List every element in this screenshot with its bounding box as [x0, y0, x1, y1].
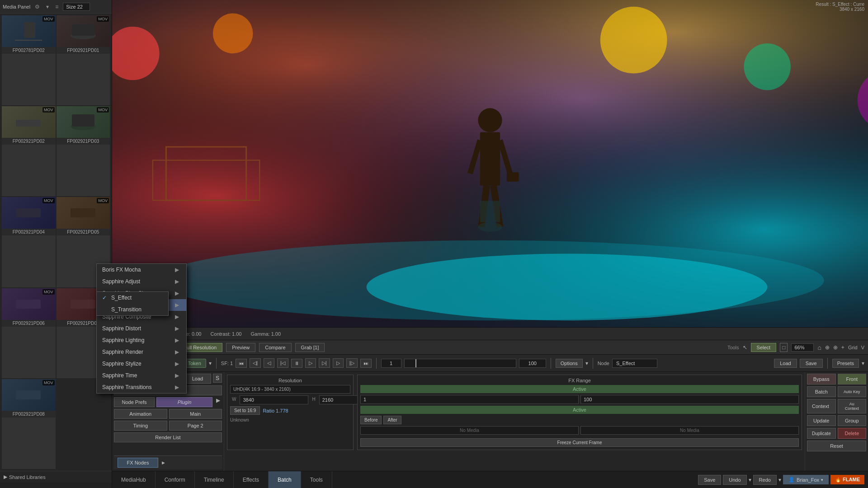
crosshair-icon[interactable]: +	[841, 344, 844, 351]
fx-start-field[interactable]	[360, 395, 579, 404]
user-badge[interactable]: 👤 Brian_Fox ▾	[783, 475, 829, 484]
freeze-btn[interactable]: Freeze Current Frame	[360, 438, 799, 447]
animation-btn[interactable]: Animation	[114, 409, 167, 419]
media-panel-settings-icon[interactable]: ⚙	[33, 3, 42, 11]
menu-item-stylize[interactable]: Sapphire Stylize ▶	[97, 358, 186, 370]
home-icon[interactable]: ⌂	[817, 344, 821, 351]
options-btn[interactable]: Options	[556, 359, 583, 368]
prev-key-btn[interactable]: |◁	[277, 358, 288, 368]
undo-btn[interactable]: Undo	[723, 475, 746, 485]
redo-btn[interactable]: Redo	[753, 475, 777, 485]
menu-item-transitions[interactable]: Sapphire Transitions ▶	[97, 381, 186, 393]
main-btn[interactable]: Main	[169, 409, 222, 419]
left-panel-scrollbar[interactable]	[0, 483, 112, 488]
thumbnail-item[interactable]: MOV FP002921PD02	[2, 106, 56, 196]
auto-key-btn[interactable]: Auto Key	[838, 386, 867, 397]
s-btn[interactable]: S	[213, 374, 222, 383]
start-frame-field[interactable]	[381, 359, 401, 368]
menu-item-render[interactable]: Sapphire Render ▶	[97, 346, 186, 358]
media-panel-list-icon[interactable]: ≡	[53, 3, 60, 11]
node-prefs-btn[interactable]: Node Prefs	[114, 397, 155, 407]
play-fwd-btn[interactable]: ▷	[333, 358, 344, 368]
compare-btn[interactable]: Compare	[259, 343, 291, 352]
front-btn[interactable]: Front	[838, 374, 867, 385]
fx-nodes-btn[interactable]: FX Nodes	[118, 458, 158, 468]
node-name-field[interactable]	[612, 359, 657, 368]
load-btn2[interactable]: Load	[184, 374, 211, 384]
plugin-btn[interactable]: Plugin	[156, 397, 212, 407]
tab-tools[interactable]: Tools	[301, 471, 332, 488]
menu-item-boris[interactable]: Boris FX Mocha ▶	[97, 264, 186, 276]
next-key-btn[interactable]: ▷|	[319, 358, 330, 368]
menu-item-adjust[interactable]: Sapphire Adjust ▶	[97, 276, 186, 287]
thumbnail-item[interactable]: MOV FP002781PD02	[2, 15, 56, 105]
thumbnail-item[interactable]: MOV FP002921PD01	[57, 15, 110, 105]
globe-icon[interactable]: ⊕	[833, 344, 838, 351]
menu-item-distort[interactable]: Sapphire Distort ▶	[97, 323, 186, 334]
next-frame-btn[interactable]: |▷	[346, 358, 358, 368]
undo-arrow[interactable]: ▾	[749, 477, 751, 483]
select-btn[interactable]: Select	[751, 343, 777, 352]
end-frame-field[interactable]	[519, 359, 546, 368]
menu-item-lighting[interactable]: Sapphire Lighting ▶	[97, 334, 186, 346]
svg-rect-8	[71, 208, 95, 217]
separator	[376, 358, 377, 369]
duplicate-btn[interactable]: Duplicate	[807, 428, 836, 439]
before-btn[interactable]: Before	[360, 416, 382, 424]
thumbnail-item[interactable]: MOV FP002921PD03	[57, 106, 110, 196]
submenu-item-seffect[interactable]: ✓ S_Effect	[97, 292, 168, 304]
tab-conform[interactable]: Conform	[156, 471, 195, 488]
play-btn[interactable]: ▷	[305, 358, 316, 368]
resolution-title: Resolution	[230, 378, 350, 383]
after-btn[interactable]: After	[383, 416, 401, 424]
thumbnail-item[interactable]: MOV FP002921PD06	[2, 288, 56, 378]
redo-arrow[interactable]: ▾	[778, 477, 781, 483]
width-field[interactable]	[240, 395, 308, 404]
context-btn[interactable]: Context	[807, 399, 836, 413]
update-group-row: Update Group	[807, 415, 866, 426]
delete-btn[interactable]: Delete	[838, 428, 866, 439]
tab-mediahub[interactable]: MediaHub	[112, 471, 156, 488]
go-end-btn[interactable]: ⏭	[360, 359, 372, 368]
load-btn[interactable]: Load	[774, 359, 797, 368]
width-label: W	[230, 395, 238, 404]
media-panel-toggle-icon[interactable]: ▾	[44, 3, 51, 11]
thumbnail-item[interactable]: MOV FP002921PD08	[2, 379, 56, 469]
bypass-btn[interactable]: Bypass	[807, 374, 836, 385]
shared-libraries[interactable]: ▶ Shared Libraries	[0, 471, 112, 483]
thumbnail-item[interactable]: MOV FP002921PD04	[2, 197, 56, 287]
zoom-field[interactable]	[791, 343, 814, 352]
timing-btn[interactable]: Timing	[114, 421, 167, 431]
page2-btn[interactable]: Page 2	[169, 421, 222, 431]
menu-item-label: Sapphire Transitions	[102, 384, 151, 390]
au-context-btn[interactable]: Au Context	[838, 399, 867, 413]
prev-frame-btn[interactable]: ◁|	[250, 358, 261, 368]
tab-effects[interactable]: Effects	[234, 471, 269, 488]
grab-btn[interactable]: Grab [1]	[295, 343, 325, 352]
batch-btn2[interactable]: Batch	[807, 386, 836, 397]
svg-rect-0	[24, 22, 35, 38]
fx-range-title: FX Range	[360, 378, 799, 383]
submenu-item-stransition[interactable]: ✓ S_Transition	[97, 304, 168, 315]
group-btn[interactable]: Group	[838, 415, 867, 426]
media-panel-size-field[interactable]	[63, 3, 90, 11]
pause-btn[interactable]: ⏸	[291, 359, 302, 368]
tab-batch[interactable]: Batch	[269, 471, 301, 488]
plugin-arrow[interactable]: ▶	[214, 397, 222, 407]
fit-icon[interactable]: ⊕	[825, 344, 830, 351]
save-bottom-btn[interactable]: Save	[698, 475, 721, 485]
fx-end-field[interactable]	[580, 395, 799, 404]
presets-btn[interactable]: Presets	[832, 359, 859, 368]
go-start-btn[interactable]: ⏮	[236, 359, 247, 368]
tab-timeline[interactable]: Timeline	[195, 471, 234, 488]
play-back-btn[interactable]: ◁	[264, 358, 274, 368]
menu-item-time[interactable]: Sapphire Time ▶	[97, 370, 186, 381]
save-btn[interactable]: Save	[800, 359, 823, 368]
update-btn[interactable]: Update	[807, 415, 836, 426]
reset-btn[interactable]: Reset	[807, 441, 866, 451]
render-list-btn[interactable]: Render List	[114, 432, 222, 442]
set-169-btn[interactable]: Set to 16:9	[230, 406, 260, 415]
preview-btn[interactable]: Preview	[226, 343, 255, 352]
svg-rect-11	[16, 390, 41, 399]
progress-bar[interactable]	[404, 359, 516, 368]
